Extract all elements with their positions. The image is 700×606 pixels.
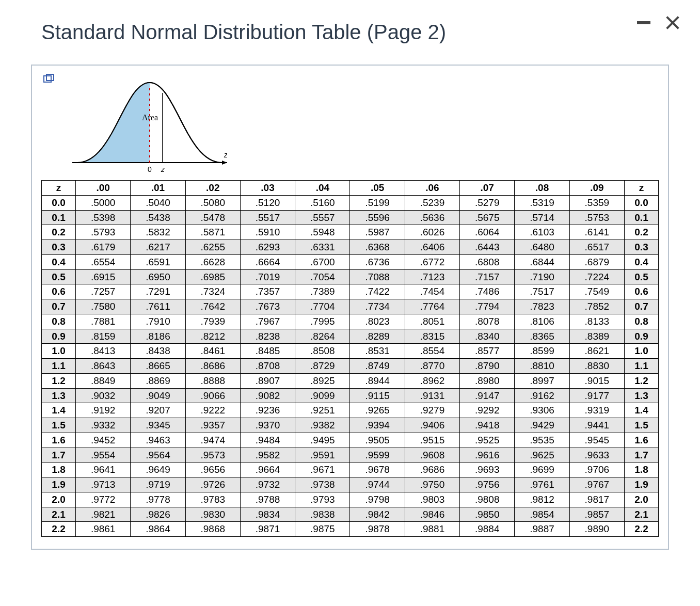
row-z-left: 1.6 xyxy=(42,433,76,448)
table-row: 1.3.9032.9049.9066.9082.9099.9115.9131.9… xyxy=(42,388,659,403)
z-value-cell: .9049 xyxy=(131,388,185,403)
z-value-cell: .8577 xyxy=(460,344,515,359)
svg-rect-1 xyxy=(46,74,54,81)
z-value-cell: .6844 xyxy=(515,254,569,269)
z-value-cell: .9738 xyxy=(295,477,350,492)
z-value-cell: .9821 xyxy=(76,507,131,522)
z-value-cell: .8599 xyxy=(515,344,569,359)
z-value-cell: .9505 xyxy=(350,433,405,448)
minimize-icon[interactable] xyxy=(637,21,650,24)
z-value-cell: .9554 xyxy=(76,448,131,463)
z-value-cell: .7088 xyxy=(350,269,405,284)
z-value-cell: .9772 xyxy=(76,492,131,507)
z-value-cell: .5359 xyxy=(569,195,624,210)
z-value-cell: .9656 xyxy=(185,463,240,477)
z-value-cell: .5948 xyxy=(295,225,350,240)
z-value-cell: .9699 xyxy=(515,463,569,477)
z-value-cell: .7704 xyxy=(295,299,350,314)
table-row: 1.5.9332.9345.9357.9370.9382.9394.9406.9… xyxy=(42,418,659,433)
z-value-cell: .5793 xyxy=(76,225,131,240)
z-value-cell: .7291 xyxy=(131,284,185,299)
z-value-cell: .9292 xyxy=(460,403,515,418)
close-icon[interactable] xyxy=(665,15,679,30)
col-header: .07 xyxy=(460,181,515,196)
z-value-cell: .9846 xyxy=(405,507,459,522)
col-header: .04 xyxy=(295,181,350,196)
z-value-cell: .5910 xyxy=(240,225,295,240)
z-value-cell: .8962 xyxy=(405,373,459,388)
table-row: 0.6.7257.7291.7324.7357.7389.7422.7454.7… xyxy=(42,284,659,299)
z-value-cell: .9535 xyxy=(515,433,569,448)
z-value-cell: .7454 xyxy=(405,284,459,299)
z-value-cell: .5871 xyxy=(185,225,240,240)
z-value-cell: .8888 xyxy=(185,373,240,388)
z-value-cell: .8508 xyxy=(295,344,350,359)
z-value-cell: .8212 xyxy=(185,329,240,344)
z-value-cell: .9830 xyxy=(185,507,240,522)
popout-icon[interactable] xyxy=(43,74,55,83)
z-table: z .00 .01 .02 .03 .04 .05 .06 .07 .08 .0… xyxy=(41,180,659,537)
page-title: Standard Normal Distribution Table (Page… xyxy=(41,21,700,44)
z-value-cell: .8749 xyxy=(350,359,405,374)
z-value-cell: .9857 xyxy=(569,507,624,522)
z-value-cell: .9222 xyxy=(185,403,240,418)
z-value-cell: .5398 xyxy=(76,210,131,225)
z-value-cell: .9608 xyxy=(405,448,459,463)
z-value-cell: .8340 xyxy=(460,329,515,344)
row-z-left: 2.2 xyxy=(42,522,76,537)
z-value-cell: .9382 xyxy=(295,418,350,433)
row-z-right: 1.1 xyxy=(625,359,659,374)
z-value-cell: .6879 xyxy=(569,254,624,269)
row-z-right: 2.1 xyxy=(625,507,659,522)
z-value-cell: .9875 xyxy=(295,522,350,537)
z-value-cell: .5832 xyxy=(131,225,185,240)
z-value-cell: .8159 xyxy=(76,329,131,344)
row-z-left: 2.1 xyxy=(42,507,76,522)
area-label: Area xyxy=(142,113,158,122)
z-value-cell: .9664 xyxy=(240,463,295,477)
z-value-cell: .8531 xyxy=(350,344,405,359)
row-z-right: 0.6 xyxy=(625,284,659,299)
z-axis-label: z xyxy=(161,165,165,173)
z-value-cell: .9842 xyxy=(350,507,405,522)
z-value-cell: .8413 xyxy=(76,344,131,359)
z-value-cell: .6480 xyxy=(515,240,569,255)
z-value-cell: .7324 xyxy=(185,284,240,299)
z-value-cell: .9798 xyxy=(350,492,405,507)
z-value-cell: .7764 xyxy=(405,299,459,314)
z-value-cell: .5438 xyxy=(131,210,185,225)
z-value-cell: .9591 xyxy=(295,448,350,463)
z-value-cell: .6179 xyxy=(76,240,131,255)
z-value-cell: .6255 xyxy=(185,240,240,255)
z-value-cell: .6331 xyxy=(295,240,350,255)
z-value-cell: .7224 xyxy=(569,269,624,284)
table-row: 2.2.9861.9864.9868.9871.9875.9878.9881.9… xyxy=(42,522,659,537)
row-z-left: 0.1 xyxy=(42,210,76,225)
col-header: .05 xyxy=(350,181,405,196)
z-value-cell: .7054 xyxy=(295,269,350,284)
table-row: 0.5.6915.6950.6985.7019.7054.7088.7123.7… xyxy=(42,269,659,284)
z-value-cell: .5120 xyxy=(240,195,295,210)
z-value-cell: .9463 xyxy=(131,433,185,448)
z-value-cell: .6772 xyxy=(405,254,459,269)
z-value-cell: .8810 xyxy=(515,359,569,374)
z-value-cell: .6554 xyxy=(76,254,131,269)
row-z-left: 0.6 xyxy=(42,284,76,299)
z-value-cell: .9878 xyxy=(350,522,405,537)
table-row: 1.0.8413.8438.8461.8485.8508.8531.8554.8… xyxy=(42,344,659,359)
z-value-cell: .8461 xyxy=(185,344,240,359)
z-value-cell: .8729 xyxy=(295,359,350,374)
z-value-cell: .7794 xyxy=(460,299,515,314)
z-value-cell: .9370 xyxy=(240,418,295,433)
z-value-cell: .5000 xyxy=(76,195,131,210)
table-row: 2.0.9772.9778.9783.9788.9793.9798.9803.9… xyxy=(42,492,659,507)
z-value-cell: .9834 xyxy=(240,507,295,522)
table-row: 0.0.5000.5040.5080.5120.5160.5199.5239.5… xyxy=(42,195,659,210)
z-value-cell: .7642 xyxy=(185,299,240,314)
z-value-cell: .8315 xyxy=(405,329,459,344)
z-value-cell: .5478 xyxy=(185,210,240,225)
row-z-right: 1.8 xyxy=(625,463,659,477)
z-value-cell: .8790 xyxy=(460,359,515,374)
row-z-left: 0.9 xyxy=(42,329,76,344)
z-value-cell: .9750 xyxy=(405,477,459,492)
